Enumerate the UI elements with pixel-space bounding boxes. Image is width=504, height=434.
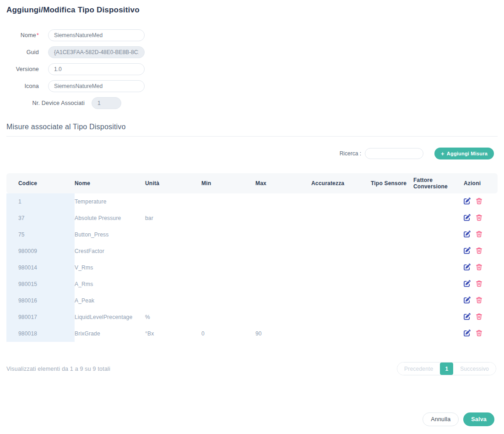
versione-field[interactable] — [48, 63, 145, 75]
edit-row-button[interactable] — [464, 198, 471, 204]
save-button[interactable]: Salva — [463, 412, 494, 426]
cell-min — [201, 276, 255, 292]
nr-device-field — [92, 97, 121, 109]
column-header-tipo-sensore: Tipo Sensore — [371, 173, 413, 193]
cell-fattore-conversione — [413, 259, 464, 276]
cell-azioni — [464, 292, 498, 309]
cell-tipo-sensore — [371, 243, 413, 259]
cell-nome: Temperature — [75, 193, 145, 210]
cell-accuratezza — [311, 243, 371, 259]
required-asterisk: * — [37, 32, 39, 38]
cell-fattore-conversione — [413, 325, 464, 342]
guid-field — [48, 46, 145, 58]
column-header-accuratezza: Accuratezza — [311, 173, 371, 193]
delete-row-button[interactable] — [476, 247, 482, 254]
edit-row-button[interactable] — [464, 313, 471, 320]
table-row: 980009CrestFactor — [6, 243, 498, 259]
column-header-min: Min — [201, 173, 255, 193]
cell-unita: °Bx — [145, 325, 201, 342]
cell-codice: 980017 — [6, 309, 75, 325]
device-type-page: Aggiungi/Modifica Tipo Dispositivo Nome*… — [0, 0, 504, 375]
trash-icon — [476, 264, 482, 270]
cell-unita — [145, 292, 201, 309]
edit-pencil-icon — [464, 330, 471, 336]
edit-row-button[interactable] — [464, 297, 471, 303]
nome-field[interactable] — [48, 29, 145, 41]
edit-row-button[interactable] — [464, 247, 471, 254]
cell-max — [255, 243, 311, 259]
form-row-versione: Versione — [6, 63, 498, 75]
cell-codice: 980015 — [6, 276, 75, 292]
edit-row-button[interactable] — [464, 214, 471, 221]
cell-nome: A_Rms — [75, 276, 145, 292]
cell-unita — [145, 276, 201, 292]
table-header-row: Codice Nome Unità Min Max Accuratezza Ti… — [6, 173, 498, 193]
edit-pencil-icon — [464, 231, 471, 237]
table-row: 75Button_Press — [6, 226, 498, 243]
table-footer: Visualizzati elementi da 1 a 9 su 9 tota… — [6, 362, 498, 375]
edit-row-button[interactable] — [464, 264, 471, 270]
edit-pencil-icon — [464, 198, 471, 204]
cell-unita — [145, 193, 201, 210]
add-measure-label: Aggiungi Misura — [447, 151, 488, 156]
search-input[interactable] — [365, 148, 423, 159]
cell-min — [201, 193, 255, 210]
table-row: 980017LiquidLevelPrecentage% — [6, 309, 498, 325]
cell-accuratezza — [311, 309, 371, 325]
cell-nome: LiquidLevelPrecentage — [75, 309, 145, 325]
cell-unita — [145, 259, 201, 276]
cell-nome: Absolute Pressure — [75, 210, 145, 226]
column-header-nome: Nome — [75, 173, 145, 193]
edit-row-button[interactable] — [464, 280, 471, 287]
pagination-page-1-button[interactable]: 1 — [440, 363, 453, 375]
cell-min: 0 — [201, 325, 255, 342]
add-measure-button[interactable]: + Aggiungi Misura — [434, 148, 494, 159]
cell-max — [255, 292, 311, 309]
cell-codice: 980016 — [6, 292, 75, 309]
cell-fattore-conversione — [413, 210, 464, 226]
table-row: 1Temperature — [6, 193, 498, 210]
cancel-button[interactable]: Annulla — [423, 412, 459, 426]
pagination-next-button[interactable]: Successivo — [453, 363, 496, 375]
pagination-previous-button[interactable]: Precedente — [397, 363, 440, 375]
edit-row-button[interactable] — [464, 330, 471, 336]
cell-codice: 980018 — [6, 325, 75, 342]
icona-field[interactable] — [48, 80, 145, 92]
cell-tipo-sensore — [371, 226, 413, 243]
form-row-nome: Nome* — [6, 29, 498, 41]
cell-tipo-sensore — [371, 210, 413, 226]
bottom-actions: Annulla Salva — [423, 412, 494, 426]
measures-table: Codice Nome Unità Min Max Accuratezza Ti… — [6, 173, 498, 342]
cell-fattore-conversione — [413, 226, 464, 243]
delete-row-button[interactable] — [476, 297, 482, 303]
column-header-fattore-conversione: Fattore Conversione — [413, 173, 464, 193]
cell-min — [201, 243, 255, 259]
cell-fattore-conversione — [413, 292, 464, 309]
table-row: 980018BrixGrade°Bx090 — [6, 325, 498, 342]
cell-tipo-sensore — [371, 193, 413, 210]
edit-pencil-icon — [464, 247, 471, 254]
measures-toolbar: Ricerca : + Aggiungi Misura — [6, 148, 498, 159]
delete-row-button[interactable] — [476, 330, 482, 336]
cell-azioni — [464, 243, 498, 259]
delete-row-button[interactable] — [476, 313, 482, 320]
delete-row-button[interactable] — [476, 280, 482, 287]
delete-row-button[interactable] — [476, 198, 482, 204]
page-title: Aggiungi/Modifica Tipo Dispositivo — [6, 5, 498, 15]
cell-azioni — [464, 193, 498, 210]
cell-min — [201, 259, 255, 276]
cell-azioni — [464, 325, 498, 342]
cell-accuratezza — [311, 193, 371, 210]
results-summary: Visualizzati elementi da 1 a 9 su 9 tota… — [6, 366, 110, 372]
cell-accuratezza — [311, 226, 371, 243]
edit-row-button[interactable] — [464, 231, 471, 237]
cell-azioni — [464, 210, 498, 226]
cell-min — [201, 309, 255, 325]
delete-row-button[interactable] — [476, 231, 482, 237]
table-row: 980016A_Peak — [6, 292, 498, 309]
cell-unita: % — [145, 309, 201, 325]
delete-row-button[interactable] — [476, 264, 482, 270]
cell-tipo-sensore — [371, 325, 413, 342]
edit-pencil-icon — [464, 264, 471, 270]
delete-row-button[interactable] — [476, 214, 482, 221]
